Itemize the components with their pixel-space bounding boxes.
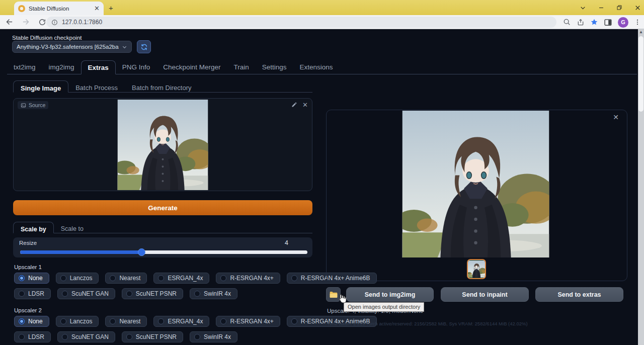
tab-png-info[interactable]: PNG Info [116,60,157,74]
menu-dots-icon[interactable] [634,19,641,26]
tab-extensions[interactable]: Extensions [293,60,339,74]
clear-image-icon[interactable]: ✕ [302,102,308,108]
radio2-lanczos[interactable]: Lanczos [56,316,99,327]
tab-scale-to[interactable]: Scale to [54,222,91,233]
radio2-esrgan-4x[interactable]: ESRGAN_4x [153,316,209,327]
radio2-swinir-4x[interactable]: SwinIR 4x [190,331,237,342]
tab-scale-by[interactable]: Scale by [13,222,54,233]
restore-button[interactable] [616,5,622,11]
radio-r-esrgan-4x[interactable]: R-ESRGAN 4x+ [216,273,280,284]
radio-nearest[interactable]: Nearest [105,273,147,284]
radio-ldsr[interactable]: LDSR [14,288,51,299]
minimize-button[interactable] [598,5,604,11]
edit-image-icon[interactable] [291,102,297,108]
zoom-icon[interactable] [563,18,571,26]
slider-handle[interactable] [138,248,145,256]
bookmark-star-icon[interactable] [590,18,598,26]
generate-button[interactable]: Generate [13,200,312,215]
page-scrollbar[interactable]: ▲ [638,29,644,345]
resize-slider[interactable] [19,248,308,255]
folder-tooltip: Open images output directory [344,302,424,312]
site-info-icon[interactable] [51,19,58,26]
radio-scunet-gan[interactable]: ScuNET GAN [57,288,115,299]
upscaler2-label: Upscaler 2 [14,307,42,313]
tab-close-icon[interactable]: ✕ [94,5,100,12]
refresh-checkpoints-button[interactable] [137,40,151,53]
main-tab-bar: txt2img img2img Extras PNG Info Checkpoi… [7,60,637,74]
radio2-none[interactable]: None [14,316,49,327]
reload-button[interactable] [38,18,46,26]
tab-txt2img[interactable]: txt2img [7,60,42,74]
radio2-nearest[interactable]: Nearest [105,316,147,327]
radio-scunet-psnr[interactable]: ScuNET PSNR [122,288,183,299]
extras-left-panel: Single Image Batch Process Batch from Di… [7,77,319,345]
address-bar[interactable]: 127.0.0.1:7860 [46,17,556,28]
tab-title: Stable Diffusion [29,6,91,12]
image-icon [21,103,26,108]
result-image[interactable] [402,111,549,257]
radio-none[interactable]: None [14,273,49,284]
tab-checkpoint-merger[interactable]: Checkpoint Merger [156,60,227,74]
forward-button[interactable] [22,18,30,26]
tab-batch-from-directory[interactable]: Batch from Directory [125,80,198,92]
upscaler2-row2: LDSR ScuNET GAN ScuNET PSNR SwinIR 4x [14,331,237,342]
tab-train[interactable]: Train [227,60,255,74]
tab-settings[interactable]: Settings [256,60,293,74]
radio2-ldsr[interactable]: LDSR [14,331,51,342]
send-to-extras-button[interactable]: Send to extras [535,287,623,302]
scrollbar-thumb[interactable] [638,36,643,112]
hand-cursor-icon [337,294,346,304]
checkpoint-value: Anything-V3-fp32.safetensors [625a2ba2] [17,44,119,50]
browser-tab[interactable]: Stable Diffusion ✕ [14,2,104,15]
radio2-scunet-gan[interactable]: ScuNET GAN [57,331,115,342]
checkpoint-label: Stable Diffusion checkpoint [12,35,82,41]
send-to-inpaint-button[interactable]: Send to inpaint [441,287,529,302]
radio-esrgan-4x[interactable]: ESRGAN_4x [153,273,209,284]
tab-single-image[interactable]: Single Image [13,80,68,93]
radio2-r-esrgan-4x[interactable]: R-ESRGAN 4x+ [216,316,280,327]
result-thumbnail[interactable] [467,259,486,279]
radio-swinir-4x[interactable]: SwinIR 4x [190,288,237,299]
browser-toolbar: 127.0.0.1:7860 G [0,15,644,29]
mode-tab-bar: Single Image Batch Process Batch from Di… [13,80,312,93]
back-button[interactable] [5,18,14,26]
new-tab-button[interactable]: + [109,4,113,12]
radio-dot-icon [19,275,25,281]
scrollbar-up-arrow[interactable]: ▲ [638,29,644,35]
chevron-down-icon [122,44,127,50]
url-text: 127.0.0.1:7860 [62,19,102,26]
gallery-close-icon[interactable]: ✕ [613,113,619,121]
upscaler1-row2: LDSR ScuNET GAN ScuNET PSNR SwinIR 4x [14,288,237,299]
source-badge: Source [18,101,48,109]
resize-label: Resize [19,240,37,246]
profile-avatar[interactable]: G [618,17,628,28]
upscaler1-label: Upscaler 1 [14,264,42,270]
browser-titlebar: Stable Diffusion ✕ + [0,0,644,15]
folder-icon [330,291,338,298]
extras-result-panel: ✕ Send to img2img Send to inpaint Send t… [326,77,627,345]
tab-extras[interactable]: Extras [81,60,116,74]
radio-lanczos[interactable]: Lanczos [56,273,99,284]
tab-search-chevron-icon[interactable] [580,5,586,11]
favicon-icon [18,5,25,12]
upscaler2-row1: None Lanczos Nearest ESRGAN_4x R-ESRGAN … [14,316,377,327]
gradio-page: Stable Diffusion checkpoint Anything-V3-… [0,29,644,345]
tab-img2img[interactable]: img2img [42,60,81,74]
side-panel-icon[interactable] [604,18,612,27]
upscaler1-row1: None Lanczos Nearest ESRGAN_4x R-ESRGAN … [14,273,377,284]
tab-batch-process[interactable]: Batch Process [68,80,125,92]
footer-stats: Time taken: 2.21s Torch active/reserved:… [327,321,528,326]
share-icon[interactable] [577,18,585,26]
resize-control: Resize 4 [13,237,312,257]
checkpoint-dropdown[interactable]: Anything-V3-fp32.safetensors [625a2ba2] [12,41,132,53]
send-to-img2img-button[interactable]: Send to img2img [346,287,434,302]
radio2-scunet-psnr[interactable]: ScuNET PSNR [122,331,183,342]
scale-tab-bar: Scale by Scale to [13,222,312,233]
source-image-dropzone[interactable]: Source ✕ [13,98,312,191]
result-gallery: ✕ [326,110,627,281]
close-button[interactable] [634,5,641,11]
source-image [117,100,208,190]
resize-value[interactable]: 4 [285,239,288,246]
